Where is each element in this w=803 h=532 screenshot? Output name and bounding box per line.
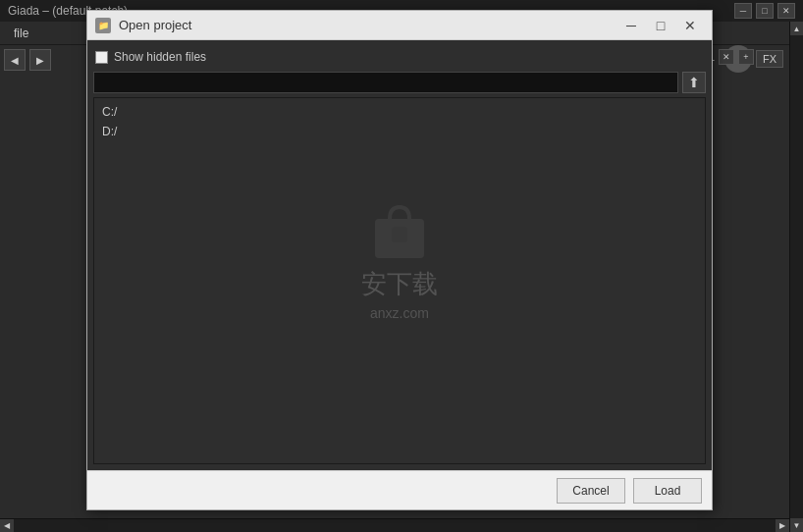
- transport-next-btn[interactable]: ▶: [29, 49, 51, 71]
- load-button[interactable]: Load: [633, 478, 702, 504]
- right-scrollbar: ▲ ▼: [789, 22, 803, 532]
- scroll-left-btn[interactable]: ◀: [0, 519, 14, 533]
- show-hidden-checkbox[interactable]: [95, 51, 108, 64]
- app-maximize-btn[interactable]: □: [756, 3, 774, 19]
- cancel-button[interactable]: Cancel: [557, 478, 625, 504]
- path-up-btn[interactable]: ⬆: [682, 72, 706, 93]
- scroll-down-btn[interactable]: ▼: [790, 518, 804, 532]
- dialog-controls: ─ □ ✕: [617, 15, 704, 36]
- app-close-btn[interactable]: ✕: [777, 3, 795, 19]
- dialog-close-btn[interactable]: ✕: [676, 15, 704, 36]
- dialog-content: Show hidden files ⬆ C:/ D:/ 安下载 anxz.com: [87, 40, 712, 470]
- dialog-footer: Cancel Load: [87, 470, 712, 509]
- bottom-scrollbar: ◀ ▶: [0, 518, 789, 532]
- beat-minus-btn[interactable]: ✕: [719, 49, 734, 65]
- dialog-title: Open project: [119, 18, 191, 32]
- scroll-right-btn[interactable]: ▶: [776, 519, 789, 533]
- app-titlebar-controls: ─ □ ✕: [734, 3, 795, 19]
- dialog-icon: 📁: [95, 18, 111, 33]
- app-minimize-btn[interactable]: ─: [734, 3, 752, 19]
- dialog-titlebar: 📁 Open project ─ □ ✕: [87, 11, 712, 40]
- scroll-up-btn[interactable]: ▲: [790, 22, 804, 35]
- fx-button[interactable]: FX: [756, 50, 783, 68]
- list-item[interactable]: C:/: [94, 102, 705, 122]
- transport-prev-btn[interactable]: ◀: [4, 49, 26, 71]
- open-project-dialog: 📁 Open project ─ □ ✕ Show hidden files ⬆…: [86, 10, 713, 510]
- transport-area: ◀ ▶: [0, 45, 88, 75]
- show-hidden-row: Show hidden files: [93, 46, 706, 68]
- show-hidden-label: Show hidden files: [114, 50, 206, 64]
- path-bar: ⬆: [93, 72, 706, 93]
- dialog-minimize-btn[interactable]: ─: [617, 15, 645, 36]
- dialog-icon-glyph: 📁: [98, 21, 109, 30]
- file-list[interactable]: C:/ D:/: [93, 97, 706, 464]
- dialog-maximize-btn[interactable]: □: [647, 15, 674, 36]
- path-input[interactable]: [93, 72, 678, 93]
- list-item[interactable]: D:/: [94, 122, 705, 141]
- menu-file[interactable]: file: [4, 25, 38, 42]
- beat-plus-btn[interactable]: +: [738, 49, 754, 65]
